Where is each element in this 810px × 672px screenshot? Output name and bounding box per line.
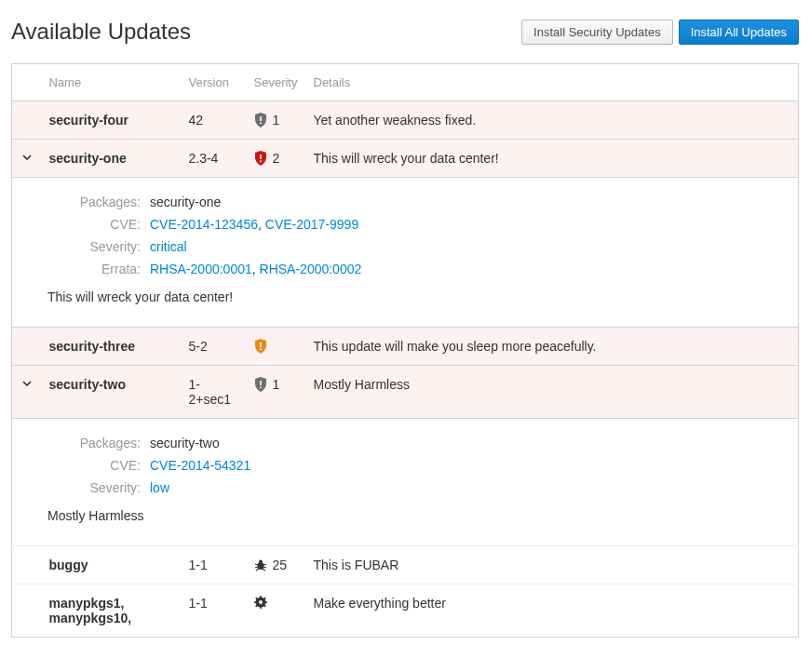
cell-name: buggy <box>42 546 182 585</box>
svg-rect-18 <box>260 596 262 598</box>
cve-link[interactable]: CVE-2014-54321 <box>150 458 250 473</box>
install-security-button[interactable]: Install Security Updates <box>521 20 673 45</box>
header-actions: Install Security Updates Install All Upd… <box>521 20 799 45</box>
cve-link[interactable]: CVE-2017-9999 <box>265 217 358 232</box>
gear-icon <box>254 596 267 609</box>
shield-icon <box>254 113 267 128</box>
expand-toggle[interactable] <box>12 366 42 419</box>
separator: , <box>252 262 260 276</box>
chevron-down-icon <box>21 378 33 389</box>
detail-label-cve: CVE: <box>29 217 141 232</box>
svg-rect-5 <box>260 349 262 351</box>
table-row[interactable]: security-three 5-2 This update will make… <box>12 328 799 366</box>
detail-packages: security-two <box>150 436 781 450</box>
col-severity: Severity <box>247 64 306 101</box>
cell-severity <box>247 328 306 366</box>
detail-description: This will wreck your data center! <box>29 289 781 304</box>
severity-count: 25 <box>273 558 288 572</box>
expand-toggle[interactable] <box>12 546 42 585</box>
cell-details: Make everything better <box>306 585 799 638</box>
detail-label-errata: Errata: <box>29 262 141 276</box>
row-detail: Packages: security-two CVE: CVE-2014-543… <box>12 419 799 546</box>
detail-cve: CVE-2014-54321 <box>150 458 781 473</box>
detail-label-cve: CVE: <box>29 458 141 473</box>
cell-version: 2.3-4 <box>182 140 247 178</box>
row-detail: Packages: security-one CVE: CVE-2014-123… <box>12 178 799 328</box>
svg-rect-21 <box>264 601 267 603</box>
svg-rect-3 <box>260 161 262 163</box>
cell-severity <box>247 585 306 638</box>
severity-count: 2 <box>273 151 280 166</box>
page-title: Available Updates <box>11 19 191 45</box>
detail-cve: CVE-2014-123456, CVE-2017-9999 <box>150 217 781 232</box>
svg-rect-2 <box>260 155 262 159</box>
cell-severity: 25 <box>247 546 306 585</box>
col-version: Version <box>182 64 247 101</box>
table-row[interactable]: buggy 1-1 25 This is FUBAR <box>12 546 799 585</box>
cell-severity: 1 <box>247 101 306 140</box>
svg-line-15 <box>263 569 265 571</box>
svg-rect-6 <box>260 381 262 385</box>
table-row[interactable]: manypkgs1, manypkgs10, 1-1 Make everythi… <box>12 585 799 638</box>
updates-table: Name Version Severity Details security-f… <box>11 63 799 638</box>
svg-point-17 <box>259 600 263 604</box>
cell-version: 1-2+sec1 <box>182 366 247 419</box>
detail-label-packages: Packages: <box>29 436 141 450</box>
svg-line-12 <box>255 567 258 568</box>
severity-count: 1 <box>273 377 280 392</box>
shield-icon <box>254 377 267 392</box>
svg-rect-0 <box>260 116 262 121</box>
svg-rect-1 <box>260 123 262 125</box>
col-details: Details <box>306 64 799 101</box>
detail-packages: security-one <box>150 195 781 209</box>
detail-errata: RHSA-2000:0001, RHSA-2000:0002 <box>150 262 781 276</box>
cell-version: 1-1 <box>182 585 247 638</box>
bug-icon <box>254 558 267 571</box>
chevron-down-icon <box>21 152 33 163</box>
svg-line-13 <box>263 567 266 568</box>
detail-description: Mostly Harmless <box>29 508 781 523</box>
table-row[interactable]: security-two 1-2+sec1 1 Mostly Harmless <box>12 366 799 419</box>
install-all-button[interactable]: Install All Updates <box>679 20 799 45</box>
expand-toggle[interactable] <box>12 585 42 638</box>
severity-link[interactable]: low <box>150 480 169 495</box>
cell-name: manypkgs1, manypkgs10, <box>42 585 182 638</box>
severity-link[interactable]: critical <box>150 239 187 254</box>
shield-icon <box>254 151 267 166</box>
cell-severity: 1 <box>247 366 306 419</box>
errata-link[interactable]: RHSA-2000:0001 <box>150 262 252 276</box>
detail-severity: low <box>150 480 781 495</box>
svg-point-9 <box>259 560 263 564</box>
table-row[interactable]: security-four 42 1 Yet another weakness … <box>12 101 799 140</box>
svg-line-14 <box>256 569 259 571</box>
errata-link[interactable]: RHSA-2000:0002 <box>260 262 362 276</box>
cell-severity: 2 <box>247 140 306 178</box>
cell-version: 42 <box>182 101 247 140</box>
expand-toggle[interactable] <box>12 328 42 366</box>
table-row[interactable]: security-one 2.3-4 2 This will wreck you… <box>12 140 799 178</box>
svg-line-10 <box>255 564 258 565</box>
detail-severity: critical <box>150 239 781 254</box>
cve-link[interactable]: CVE-2014-123456 <box>150 217 258 232</box>
col-expand <box>12 64 42 101</box>
cell-version: 1-1 <box>182 546 247 585</box>
svg-rect-20 <box>254 601 257 603</box>
svg-line-11 <box>263 564 266 565</box>
detail-label-severity: Severity: <box>29 239 141 254</box>
expand-toggle[interactable] <box>12 140 42 178</box>
svg-rect-19 <box>260 607 262 610</box>
expand-toggle[interactable] <box>12 101 42 140</box>
svg-rect-4 <box>260 343 262 347</box>
cell-name: security-two <box>42 366 182 419</box>
cell-details: This will wreck your data center! <box>306 140 799 178</box>
detail-label-severity: Severity: <box>29 480 141 495</box>
detail-label-packages: Packages: <box>29 195 141 209</box>
svg-rect-7 <box>260 387 262 389</box>
cell-details: This is FUBAR <box>306 546 799 585</box>
shield-icon <box>254 339 267 354</box>
severity-count: 1 <box>273 113 280 128</box>
cell-name: security-one <box>42 140 182 178</box>
cell-version: 5-2 <box>182 328 247 366</box>
cell-name: security-four <box>42 101 182 140</box>
cell-name: security-three <box>42 328 182 366</box>
